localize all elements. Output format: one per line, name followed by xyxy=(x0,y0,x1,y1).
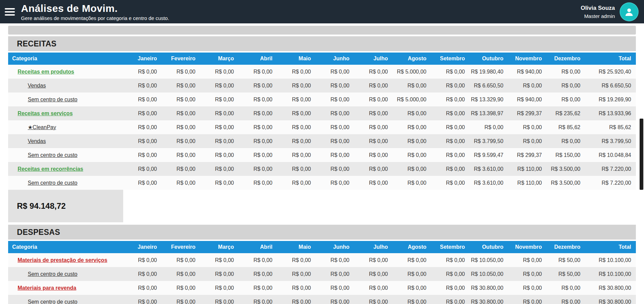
value-cell: R$ 30.800,00 xyxy=(585,299,636,304)
category-link-sem-centro-de-custo[interactable]: Sem centro de custo xyxy=(28,180,77,186)
value-cell: R$ 940,00 xyxy=(508,97,547,103)
table-row: Receitas em serviçosR$ 0,00R$ 0,00R$ 0,0… xyxy=(8,106,636,120)
value-cell: R$ 0,00 xyxy=(200,83,239,89)
category-cell: Materiais para revenda xyxy=(8,285,123,291)
category-cell: Sem centro de custo xyxy=(8,97,123,103)
value-cell: R$ 0,00 xyxy=(470,124,508,130)
category-link-receitas-em-recorrencias[interactable]: Receitas em recorrências xyxy=(18,166,83,172)
value-cell: R$ 0,00 xyxy=(123,180,162,186)
value-cell: R$ 0,00 xyxy=(393,180,431,186)
value-cell: R$ 0,00 xyxy=(547,138,585,144)
value-cell: R$ 85,62 xyxy=(585,124,636,130)
category-cell: Receitas em serviços xyxy=(8,110,123,117)
value-cell: R$ 6.650,50 xyxy=(585,83,636,89)
value-cell: R$ 85,62 xyxy=(547,124,585,130)
column-header-agosto: Agosto xyxy=(393,244,431,250)
value-cell: R$ 3.500,00 xyxy=(547,166,585,172)
column-header-setembro: Setembro xyxy=(431,56,470,62)
value-cell: R$ 0,00 xyxy=(162,83,200,89)
value-cell: R$ 0,00 xyxy=(508,257,547,263)
value-cell: R$ 7.220,00 xyxy=(585,180,636,186)
category-link-materiais-para-revenda[interactable]: Materiais para revenda xyxy=(18,285,76,291)
avatar[interactable] xyxy=(620,2,639,21)
column-header-abril: Abril xyxy=(239,244,277,250)
value-cell: R$ 299,37 xyxy=(508,110,547,117)
category-cell: Materiais de prestação de serviços xyxy=(8,257,123,263)
value-cell: R$ 235,62 xyxy=(547,110,585,117)
value-cell: R$ 0,00 xyxy=(393,152,431,158)
vertical-scrollbar[interactable] xyxy=(640,119,643,190)
table-row: Materiais de prestação de serviçosR$ 0,0… xyxy=(8,253,636,267)
category-link-vendas[interactable]: Vendas xyxy=(28,83,46,88)
value-cell: R$ 19.269,90 xyxy=(585,97,636,103)
table-row: VendasR$ 0,00R$ 0,00R$ 0,00R$ 0,00R$ 0,0… xyxy=(8,134,636,148)
column-header-marco: Março xyxy=(200,56,239,62)
value-cell: R$ 0,00 xyxy=(239,97,277,103)
value-cell: R$ 3.799,50 xyxy=(585,138,636,144)
value-cell: R$ 150,00 xyxy=(547,152,585,158)
value-cell: R$ 0,00 xyxy=(316,271,354,277)
value-cell: R$ 0,00 xyxy=(316,285,354,291)
value-cell: R$ 0,00 xyxy=(393,299,431,304)
value-cell: R$ 25.920,40 xyxy=(585,69,636,75)
value-cell: R$ 0,00 xyxy=(123,257,162,263)
value-cell: R$ 0,00 xyxy=(393,124,431,130)
value-cell: R$ 0,00 xyxy=(162,257,200,263)
user-name: Olivia Souza xyxy=(581,5,615,12)
value-cell: R$ 0,00 xyxy=(316,257,354,263)
category-link-cleanpay[interactable]: ★CleanPay xyxy=(28,124,56,130)
category-link-sem-centro-de-custo[interactable]: Sem centro de custo xyxy=(28,152,77,158)
value-cell: R$ 7.220,00 xyxy=(585,166,636,172)
value-cell: R$ 0,00 xyxy=(316,180,354,186)
section-title-text: RECEITAS xyxy=(17,39,57,48)
value-cell: R$ 0,00 xyxy=(431,110,470,117)
menu-icon[interactable] xyxy=(5,5,16,19)
value-cell: R$ 0,00 xyxy=(393,285,431,291)
column-header-dezembro: Dezembro xyxy=(547,244,585,250)
table-row: Receitas em recorrênciasR$ 0,00R$ 0,00R$… xyxy=(8,162,636,176)
category-link-sem-centro-de-custo[interactable]: Sem centro de custo xyxy=(28,97,77,102)
value-cell: R$ 0,00 xyxy=(431,299,470,304)
despesas-table: CategoriaJaneiroFevereiroMarçoAbrilMaioJ… xyxy=(8,241,636,304)
table-header-receitas: CategoriaJaneiroFevereiroMarçoAbrilMaioJ… xyxy=(8,53,636,65)
category-link-receitas-em-servicos[interactable]: Receitas em serviços xyxy=(18,110,73,116)
value-cell: R$ 0,00 xyxy=(354,97,393,103)
person-icon xyxy=(624,6,635,17)
value-cell: R$ 0,00 xyxy=(354,271,393,277)
value-cell: R$ 5.000,00 xyxy=(393,69,431,75)
value-cell: R$ 0,00 xyxy=(508,285,547,291)
horizontal-scrollbar[interactable] xyxy=(8,26,636,35)
column-header-total: Total xyxy=(585,56,636,62)
value-cell: R$ 10.050,00 xyxy=(470,271,508,277)
value-cell: R$ 0,00 xyxy=(123,69,162,75)
value-cell: R$ 0,00 xyxy=(200,138,239,144)
value-cell: R$ 10.050,00 xyxy=(470,257,508,263)
value-cell: R$ 0,00 xyxy=(239,271,277,277)
value-cell: R$ 0,00 xyxy=(508,271,547,277)
section-despesas: DESPESAS CategoriaJaneiroFevereiroMarçoA… xyxy=(8,225,636,304)
category-link-sem-centro-de-custo[interactable]: Sem centro de custo xyxy=(28,299,77,304)
value-cell: R$ 0,00 xyxy=(162,69,200,75)
value-cell: R$ 30.800,00 xyxy=(470,299,508,304)
value-cell: R$ 0,00 xyxy=(354,257,393,263)
value-cell: R$ 0,00 xyxy=(431,257,470,263)
value-cell: R$ 0,00 xyxy=(123,271,162,277)
value-cell: R$ 0,00 xyxy=(239,257,277,263)
value-cell: R$ 0,00 xyxy=(316,124,354,130)
category-link-vendas[interactable]: Vendas xyxy=(28,138,46,144)
category-link-materiais-de-prestacao-de-servicos[interactable]: Materiais de prestação de serviços xyxy=(18,257,107,263)
value-cell: R$ 0,00 xyxy=(239,110,277,117)
column-header-agosto: Agosto xyxy=(393,56,431,62)
section-title-text: DESPESAS xyxy=(17,228,60,237)
value-cell: R$ 3.799,50 xyxy=(470,138,508,144)
value-cell: R$ 0,00 xyxy=(123,166,162,172)
section-receitas: RECEITAS CategoriaJaneiroFevereiroMarçoA… xyxy=(8,36,636,222)
column-header-total: Total xyxy=(585,244,636,250)
value-cell: R$ 0,00 xyxy=(277,83,316,89)
category-link-sem-centro-de-custo[interactable]: Sem centro de custo xyxy=(28,271,77,277)
value-cell: R$ 0,00 xyxy=(200,97,239,103)
category-link-receitas-em-produtos[interactable]: Receitas em produtos xyxy=(18,69,74,75)
category-cell: Vendas xyxy=(8,83,123,89)
value-cell: R$ 3.610,00 xyxy=(470,166,508,172)
value-cell: R$ 50,00 xyxy=(547,271,585,277)
